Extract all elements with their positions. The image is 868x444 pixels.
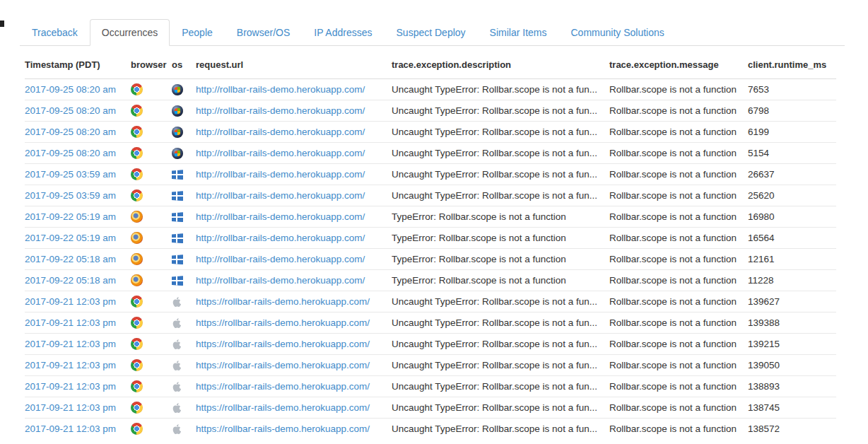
timestamp-link[interactable]: 2017-09-21 12:03 pm — [25, 317, 116, 328]
runtime-ms: 6798 — [748, 100, 836, 122]
firefox-icon — [131, 232, 143, 244]
chrome-icon — [131, 126, 143, 138]
timestamp-link[interactable]: 2017-09-25 08:20 am — [25, 105, 116, 116]
tab-similar-items[interactable]: Similar Items — [478, 19, 559, 46]
tab-ip-addresses[interactable]: IP Addresses — [302, 19, 384, 46]
timestamp-link[interactable]: 2017-09-25 03:59 am — [25, 190, 116, 201]
tab-browser-os[interactable]: Browser/OS — [225, 19, 302, 46]
table-row: 2017-09-25 08:20 am http://rollbar-rails… — [25, 122, 836, 143]
table-row: 2017-09-25 08:20 am http://rollbar-rails… — [25, 100, 836, 122]
timestamp-link[interactable]: 2017-09-22 05:18 am — [25, 275, 116, 286]
table-body: 2017-09-25 08:20 am http://rollbar-rails… — [25, 79, 836, 440]
exception-description: Uncaught TypeError: Rollbar.scope is not… — [392, 164, 609, 185]
request-url-link[interactable]: https://rollbar-rails-demo.herokuapp.com… — [196, 339, 370, 349]
request-url-link[interactable]: http://rollbar-rails-demo.herokuapp.com/ — [196, 148, 365, 158]
request-url-link[interactable]: http://rollbar-rails-demo.herokuapp.com/ — [196, 190, 365, 201]
apple-icon — [172, 339, 182, 350]
request-url-link[interactable]: http://rollbar-rails-demo.herokuapp.com/ — [196, 254, 365, 264]
tab-label: Suspect Deploy — [397, 27, 466, 38]
request-url-link[interactable]: https://rollbar-rails-demo.herokuapp.com… — [196, 402, 370, 413]
column-header-trace-exception-message: trace.exception.message — [609, 56, 748, 79]
tab-label: Traceback — [32, 27, 78, 38]
tab-bar: Traceback Occurrences People Browser/OS … — [20, 19, 845, 46]
firefox-icon — [131, 274, 143, 286]
timestamp-link[interactable]: 2017-09-21 12:03 pm — [25, 402, 116, 413]
exception-message: Rollbar.scope is not a function — [609, 312, 748, 334]
tab-people[interactable]: People — [170, 19, 225, 46]
table-row: 2017-09-21 12:03 pm https://rollbar-rail… — [25, 355, 836, 376]
chrome-icon — [131, 423, 143, 435]
apple-icon — [172, 381, 182, 392]
table-row: 2017-09-21 12:03 pm https://rollbar-rail… — [25, 376, 836, 397]
chrome-icon — [131, 380, 143, 392]
column-header-request-url: request.url — [196, 56, 392, 79]
request-url-link[interactable]: https://rollbar-rails-demo.herokuapp.com… — [196, 381, 370, 392]
runtime-ms: 6199 — [748, 122, 836, 143]
apple-icon — [172, 317, 182, 329]
exception-description: Uncaught TypeError: Rollbar.scope is not… — [392, 419, 609, 440]
timestamp-link[interactable]: 2017-09-22 05:19 am — [25, 211, 116, 222]
request-url-link[interactable]: https://rollbar-rails-demo.herokuapp.com… — [196, 423, 370, 434]
tab-label: Community Solutions — [570, 27, 664, 38]
exception-message: Rollbar.scope is not a function — [609, 334, 748, 355]
exception-message: Rollbar.scope is not a function — [609, 100, 748, 122]
exception-message: Rollbar.scope is not a function — [609, 270, 748, 291]
timestamp-link[interactable]: 2017-09-21 12:03 pm — [25, 381, 116, 392]
exception-message: Rollbar.scope is not a function — [609, 397, 748, 419]
windows-icon — [172, 212, 183, 222]
tab-traceback[interactable]: Traceback — [20, 19, 90, 46]
firefox-icon — [131, 253, 143, 265]
request-url-link[interactable]: http://rollbar-rails-demo.herokuapp.com/ — [196, 211, 365, 222]
timestamp-link[interactable]: 2017-09-21 12:03 pm — [25, 296, 116, 307]
column-header-timestamp-pdt: Timestamp (PDT) — [25, 56, 131, 79]
runtime-ms: 7653 — [748, 79, 836, 100]
table-row: 2017-09-25 08:20 am http://rollbar-rails… — [25, 79, 836, 100]
exception-description: TypeError: Rollbar.scope is not a functi… — [392, 270, 609, 291]
table-row: 2017-09-22 05:19 am http://rollbar-rails… — [25, 228, 836, 249]
request-url-link[interactable]: https://rollbar-rails-demo.herokuapp.com… — [196, 317, 370, 328]
exception-message: Rollbar.scope is not a function — [609, 249, 748, 270]
tab-community-solutions[interactable]: Community Solutions — [558, 19, 676, 46]
chrome-icon — [131, 189, 143, 201]
timestamp-link[interactable]: 2017-09-22 05:18 am — [25, 254, 116, 264]
exception-description: Uncaught TypeError: Rollbar.scope is not… — [392, 291, 609, 312]
runtime-ms: 26637 — [748, 164, 836, 185]
timestamp-link[interactable]: 2017-09-25 08:20 am — [25, 148, 116, 158]
request-url-link[interactable]: https://rollbar-rails-demo.herokuapp.com… — [196, 360, 370, 370]
exception-description: TypeError: Rollbar.scope is not a functi… — [392, 206, 609, 228]
request-url-link[interactable]: http://rollbar-rails-demo.herokuapp.com/ — [196, 105, 365, 116]
table-row: 2017-09-22 05:19 am http://rollbar-rails… — [25, 206, 836, 228]
timestamp-link[interactable]: 2017-09-25 08:20 am — [25, 84, 116, 95]
request-url-link[interactable]: http://rollbar-rails-demo.herokuapp.com/ — [196, 127, 365, 137]
tab-suspect-deploy[interactable]: Suspect Deploy — [385, 19, 478, 46]
exception-description: Uncaught TypeError: Rollbar.scope is not… — [392, 355, 609, 376]
exception-message: Rollbar.scope is not a function — [609, 143, 748, 164]
timestamp-link[interactable]: 2017-09-21 12:03 pm — [25, 423, 116, 434]
timestamp-link[interactable]: 2017-09-21 12:03 pm — [25, 360, 116, 370]
chrome-icon — [131, 338, 143, 350]
timestamp-link[interactable]: 2017-09-21 12:03 pm — [25, 339, 116, 349]
exception-message: Rollbar.scope is not a function — [609, 228, 748, 249]
table-row: 2017-09-25 03:59 am http://rollbar-rails… — [25, 185, 836, 206]
chrome-icon — [131, 168, 143, 180]
tab-label: Browser/OS — [237, 27, 290, 38]
exception-description: TypeError: Rollbar.scope is not a functi… — [392, 228, 609, 249]
timestamp-link[interactable]: 2017-09-25 08:20 am — [25, 127, 116, 137]
runtime-ms: 139215 — [748, 334, 836, 355]
timestamp-link[interactable]: 2017-09-25 03:59 am — [25, 169, 116, 180]
exception-message: Rollbar.scope is not a function — [609, 419, 748, 440]
column-header-os: os — [172, 56, 196, 79]
request-url-link[interactable]: http://rollbar-rails-demo.herokuapp.com/ — [196, 169, 365, 180]
tab-occurrences[interactable]: Occurrences — [90, 19, 170, 46]
table-row: 2017-09-22 05:18 am http://rollbar-rails… — [25, 249, 836, 270]
request-url-link[interactable]: https://rollbar-rails-demo.herokuapp.com… — [196, 296, 370, 307]
apple-icon — [172, 296, 182, 308]
request-url-link[interactable]: http://rollbar-rails-demo.herokuapp.com/ — [196, 275, 365, 286]
table-row: 2017-09-22 05:18 am http://rollbar-rails… — [25, 270, 836, 291]
exception-description: Uncaught TypeError: Rollbar.scope is not… — [392, 100, 609, 122]
windows-icon — [172, 170, 183, 180]
request-url-link[interactable]: http://rollbar-rails-demo.herokuapp.com/ — [196, 84, 365, 95]
timestamp-link[interactable]: 2017-09-22 05:19 am — [25, 233, 116, 243]
request-url-link[interactable]: http://rollbar-rails-demo.herokuapp.com/ — [196, 233, 365, 243]
exception-description: Uncaught TypeError: Rollbar.scope is not… — [392, 122, 609, 143]
